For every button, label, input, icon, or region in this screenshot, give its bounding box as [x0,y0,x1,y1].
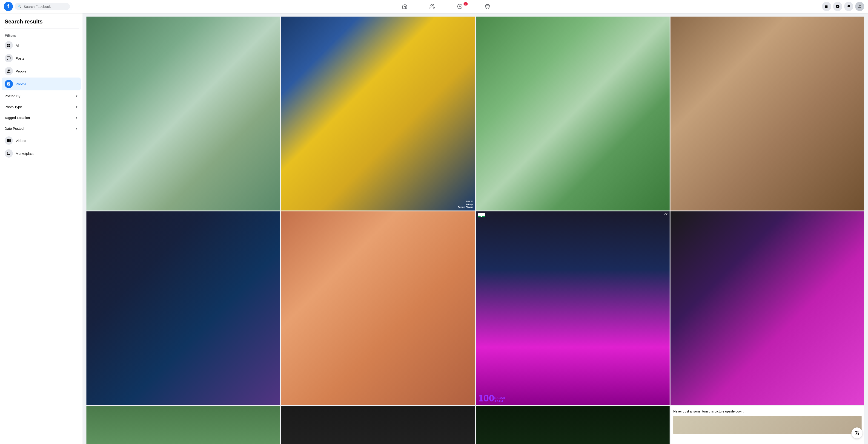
svg-marker-23 [10,139,11,142]
photo-item[interactable]: BREAKING NEWS FROM [281,406,475,444]
filter-tagged-location-label: Tagged Location [5,116,30,120]
icc-label: ICC [664,213,668,216]
sidebar-item-marketplace[interactable]: Marketplace [2,147,81,160]
posts-icon [5,54,13,62]
svg-point-14 [859,5,861,6]
people-icon [5,67,13,75]
sidebar-item-photos[interactable]: Photos [2,78,81,90]
search-icon: 🔍 [18,4,22,8]
all-icon [5,41,13,50]
marketplace-icon [485,4,490,9]
image-placeholder [673,416,862,434]
flag-overlay [478,213,485,217]
svg-rect-22 [7,139,10,142]
chevron-down-icon: ▼ [75,116,78,119]
filter-photo-type[interactable]: Photo Type ▼ [2,102,81,112]
filter-tagged-location[interactable]: Tagged Location ▼ [2,113,81,123]
chevron-down-icon: ▼ [75,127,78,130]
search-bar[interactable]: 🔍 [15,3,70,10]
facebook-logo[interactable]: f [4,2,13,11]
marketplace-sidebar-icon [5,149,13,157]
svg-rect-5 [825,5,826,5]
videos-icon [5,137,13,145]
sidebar-item-posts[interactable]: Posts [2,52,81,65]
chevron-down-icon: ▼ [75,94,78,98]
photo-item[interactable] [476,17,670,210]
grid-menu-button[interactable] [822,2,831,11]
grid-icon [825,4,829,8]
svg-rect-10 [828,6,828,7]
nav-marketplace[interactable] [474,1,500,12]
svg-rect-12 [826,7,827,8]
svg-point-4 [488,8,488,9]
photo-item[interactable] [671,17,864,210]
photo-item[interactable] [87,406,280,444]
messenger-icon [836,4,840,8]
content-area: FIFA 23RatingsFastest Players [83,13,868,444]
svg-point-21 [8,83,8,84]
svg-rect-13 [828,7,828,8]
edit-icon [855,431,859,435]
filters-label: Filters [2,31,81,39]
photos-icon [5,80,13,88]
photo-item[interactable]: FIFA 23RatingsFastest Players [281,17,475,210]
photos-label: Photos [16,82,26,86]
filter-posted-by-label: Posted By [5,94,20,98]
photo-item[interactable] [87,211,280,405]
marketplace-label: Marketplace [16,152,34,155]
filter-posted-by[interactable]: Posted By ▼ [2,91,81,101]
svg-point-0 [431,4,433,6]
svg-rect-11 [825,7,826,8]
photo-item[interactable] [281,211,475,405]
svg-rect-15 [7,44,8,45]
friends-icon [430,4,435,9]
svg-rect-18 [9,46,10,47]
photo-item[interactable] [87,17,280,210]
notifications-icon [847,4,851,8]
chevron-down-icon: ▼ [75,106,78,109]
search-input[interactable] [24,5,67,8]
videos-label: Videos [16,139,26,143]
all-label: All [16,43,20,48]
nav-home[interactable] [392,1,417,12]
photo-item[interactable]: ICC 100 BABARAZAM [476,211,670,405]
people-label: People [16,69,26,73]
nav-center: 6 [72,1,820,12]
sidebar-item-videos[interactable]: Videos [2,134,81,147]
svg-rect-9 [826,6,827,7]
posts-label: Posts [16,56,24,60]
nav-right [822,2,864,11]
filter-date-posted-label: Date Posted [5,126,24,130]
svg-rect-7 [828,5,828,5]
text-card-content: Never trust anyone, turn this picture up… [673,409,862,414]
svg-rect-8 [825,6,826,7]
filter-photo-type-label: Photo Type [5,105,22,109]
svg-marker-2 [459,5,461,7]
top-navigation: f 🔍 6 [0,0,868,13]
svg-point-3 [487,8,487,9]
nav-friends[interactable] [420,1,445,12]
home-icon [402,4,407,9]
player-name: BABARAZAM [494,396,505,403]
filter-date-posted[interactable]: Date Posted ▼ [2,123,81,134]
sidebar-item-people[interactable]: People [2,65,81,78]
score-100: 100 [478,393,494,403]
main-layout: Search results Filters All Posts [0,13,868,444]
messenger-button[interactable] [833,2,842,11]
svg-rect-16 [9,44,10,45]
profile-avatar[interactable] [855,2,864,11]
photo-item[interactable] [671,211,864,405]
float-action-button[interactable] [851,427,863,439]
nav-watch[interactable]: 6 [447,1,473,12]
photo-item[interactable]: BREAKING NEWS FROM [476,406,670,444]
svg-rect-6 [826,5,827,5]
watch-icon [457,4,463,9]
photo-item-text-card[interactable]: Never trust anyone, turn this picture up… [671,406,864,444]
notifications-button[interactable] [844,2,853,11]
sidebar-item-all[interactable]: All [2,39,81,52]
page-title: Search results [2,17,81,28]
svg-rect-17 [7,46,8,47]
watch-notification-badge: 6 [464,2,468,5]
sidebar: Search results Filters All Posts [0,13,83,444]
svg-point-19 [8,69,9,71]
